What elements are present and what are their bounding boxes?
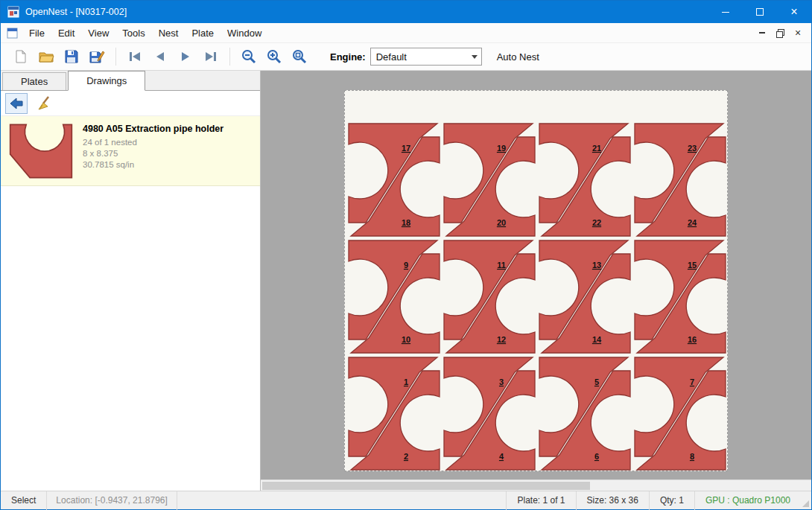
menu-window[interactable]: Window xyxy=(221,24,268,42)
part-number-label: 5 xyxy=(594,377,599,386)
toolbar-separator xyxy=(115,48,116,66)
last-icon xyxy=(203,50,219,63)
maximize-button[interactable] xyxy=(743,1,777,23)
part-number-label: 1 xyxy=(404,377,408,386)
save-as-button[interactable] xyxy=(84,45,110,68)
menu-edit[interactable]: Edit xyxy=(51,24,81,42)
menu-view[interactable]: View xyxy=(81,24,115,42)
minimize-button[interactable] xyxy=(708,1,743,23)
zoom-out-icon xyxy=(241,48,257,65)
mdi-restore-icon xyxy=(776,29,784,36)
previous-icon xyxy=(152,50,168,63)
tab-plates[interactable]: Plates xyxy=(2,72,66,90)
next-plate-button[interactable] xyxy=(173,45,198,68)
menu-nest[interactable]: Nest xyxy=(152,24,185,42)
part-number-label: 16 xyxy=(688,335,697,344)
tab-drawings[interactable]: Drawings xyxy=(68,71,145,91)
part-number-label: 22 xyxy=(592,218,601,227)
scrollbar-thumb[interactable] xyxy=(262,482,590,490)
part-number-label: 20 xyxy=(497,218,506,227)
part-number-label: 14 xyxy=(592,335,602,344)
nest-pair: 34 xyxy=(444,357,535,470)
engine-selected-value: Default xyxy=(371,51,468,63)
part-number-label: 18 xyxy=(402,218,410,227)
previous-plate-button[interactable] xyxy=(148,45,173,68)
menu-file[interactable]: File xyxy=(22,24,51,42)
save-button[interactable] xyxy=(59,45,84,68)
new-file-button[interactable] xyxy=(8,45,34,68)
nest-pair: 78 xyxy=(635,357,726,470)
status-qty: Qty: 1 xyxy=(650,495,694,506)
part-number-label: 9 xyxy=(404,261,408,270)
window-title: OpenNest - [N0317-002] xyxy=(25,7,127,17)
broom-icon xyxy=(37,95,53,112)
nest-pair: 1718 xyxy=(349,124,440,236)
zoom-out-button[interactable] xyxy=(236,45,261,68)
part-area: 30.7815 sq/in xyxy=(83,160,223,169)
part-number-label: 8 xyxy=(690,452,694,461)
nest-pair: 1920 xyxy=(444,124,535,236)
drawing-list-item[interactable]: 4980 A05 Extraction pipe holder 24 of 1 … xyxy=(1,116,260,186)
mdi-close-icon: × xyxy=(795,28,801,38)
status-plate: Plate: 1 of 1 xyxy=(507,495,575,506)
plate[interactable]: 171819202122232491011121314151612345678 xyxy=(344,90,728,471)
close-button[interactable]: × xyxy=(777,1,811,23)
engine-select[interactable]: Default xyxy=(370,48,482,66)
status-separator xyxy=(177,491,177,510)
sidebar-tabs: Plates Drawings xyxy=(1,71,260,91)
nest-pair: 2122 xyxy=(539,124,630,236)
status-size: Size: 36 x 36 xyxy=(577,495,649,506)
nest-pair: 2324 xyxy=(635,124,726,236)
mdi-minimize-button[interactable] xyxy=(753,25,771,40)
minimize-icon xyxy=(722,12,729,13)
nest-pair: 12 xyxy=(349,357,440,470)
mdi-minimize-icon xyxy=(759,32,765,34)
nest-pair: 56 xyxy=(539,357,630,470)
app-icon xyxy=(7,6,19,18)
horizontal-scrollbar[interactable] xyxy=(261,479,811,491)
status-location: Location: [-0.9437, 21.8796] xyxy=(47,495,176,506)
combo-chevron-button[interactable] xyxy=(468,55,481,59)
first-plate-button[interactable] xyxy=(122,45,148,68)
toolbar-separator xyxy=(229,48,230,66)
save-icon xyxy=(64,49,79,64)
auto-nest-button[interactable]: Auto Nest xyxy=(497,51,539,63)
nest-pair: 910 xyxy=(349,240,440,353)
mdi-restore-button[interactable] xyxy=(771,25,789,40)
blue-arrow-icon xyxy=(9,97,24,110)
part-number-label: 17 xyxy=(402,144,410,153)
mdi-close-button[interactable]: × xyxy=(789,25,807,40)
close-icon: × xyxy=(790,6,797,18)
part-number-label: 7 xyxy=(690,377,694,386)
nest-viewport[interactable]: 171819202122232491011121314151612345678 xyxy=(261,71,811,491)
document-icon xyxy=(7,28,18,39)
menu-tools[interactable]: Tools xyxy=(115,24,151,42)
titlebar: OpenNest - [N0317-002] × xyxy=(1,1,811,23)
nest-pair: 1314 xyxy=(539,240,630,353)
part-number-label: 13 xyxy=(592,261,601,270)
open-file-button[interactable] xyxy=(34,45,59,68)
resize-grip[interactable] xyxy=(801,491,811,510)
part-dimensions: 8 x 8.375 xyxy=(83,149,223,158)
zoom-in-button[interactable] xyxy=(261,45,287,68)
part-number-label: 11 xyxy=(497,261,506,270)
clear-nest-button[interactable] xyxy=(34,93,56,114)
apply-drawing-button[interactable] xyxy=(5,93,28,114)
part-number-label: 6 xyxy=(594,452,599,461)
first-icon xyxy=(127,50,143,63)
last-plate-button[interactable] xyxy=(198,45,223,68)
new-file-icon xyxy=(13,49,28,64)
menu-plate[interactable]: Plate xyxy=(185,24,221,42)
part-number-label: 24 xyxy=(688,218,697,227)
part-number-label: 15 xyxy=(688,261,697,270)
part-number-label: 21 xyxy=(592,144,601,153)
nest-drawing[interactable]: 171819202122232491011121314151612345678 xyxy=(345,91,727,471)
nest-pair: 1112 xyxy=(444,240,535,353)
save-edit-icon xyxy=(89,49,105,64)
part-number-label: 12 xyxy=(497,335,506,344)
open-folder-icon xyxy=(38,49,54,64)
part-number-label: 19 xyxy=(497,144,506,153)
zoom-extents-button[interactable] xyxy=(287,45,312,68)
zoom-in-icon xyxy=(266,48,282,65)
application-window: OpenNest - [N0317-002] × File Edit View … xyxy=(0,0,812,510)
